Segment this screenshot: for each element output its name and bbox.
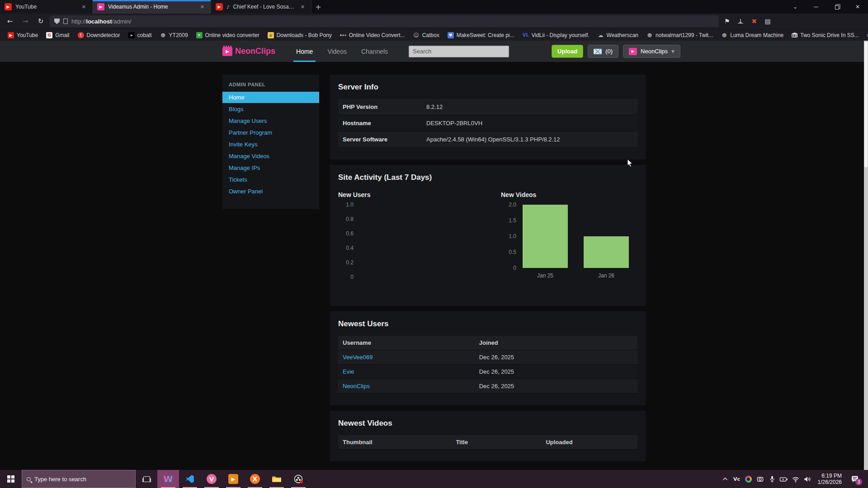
sidebar-item-blogs[interactable]: Blogs bbox=[222, 103, 319, 115]
microphone-icon[interactable] bbox=[766, 470, 778, 488]
browser-tab[interactable]: ▶♪Chief Keef - Love Sosa - YouTu✕ bbox=[211, 0, 311, 14]
axis-tick-label: 1.0 bbox=[338, 202, 354, 208]
battery-icon[interactable] bbox=[778, 470, 790, 488]
shield-icon[interactable] bbox=[54, 19, 60, 24]
bookmark-item[interactable]: ☺Catbox bbox=[410, 31, 443, 39]
bookmark-item[interactable]: »cobalt bbox=[125, 31, 155, 39]
sidebar-item-owner-panel[interactable]: Owner Panel bbox=[222, 186, 319, 197]
bookmark-item[interactable]: ▶YouTube bbox=[5, 31, 41, 39]
bookmark-item[interactable]: ♥MakeSweet: Create pi... bbox=[444, 31, 518, 39]
site-logo[interactable]: ▶ NeonClips bbox=[222, 47, 275, 56]
bookmark-item[interactable]: !Downdetector bbox=[75, 31, 123, 39]
page-info-icon[interactable] bbox=[63, 19, 68, 24]
bookmark-item[interactable]: ⊕Luma Dream Machine bbox=[718, 31, 787, 39]
sidebar-item-manage-users[interactable]: Manage Users bbox=[222, 115, 319, 127]
audio-indicator-icon[interactable]: ♪ bbox=[226, 5, 229, 9]
reload-button[interactable]: ↻ bbox=[34, 17, 47, 25]
nav-item-videos[interactable]: Videos bbox=[320, 41, 354, 62]
chart-new-users: New Users1.00.80.60.40.20 bbox=[338, 191, 474, 294]
downloads-folder-icon: ≡ bbox=[268, 32, 274, 38]
taskbar-app-media-player[interactable]: V bbox=[201, 470, 222, 488]
bookmark-label: VidLii - Display yourself. bbox=[532, 32, 590, 38]
new-tab-button[interactable]: + bbox=[311, 0, 325, 14]
notification-center-icon[interactable]: 3 bbox=[846, 470, 863, 488]
search-input[interactable] bbox=[409, 46, 509, 57]
tab-title: Chief Keef - Love Sosa - YouTu bbox=[233, 4, 295, 10]
taskbar-app-obs[interactable] bbox=[288, 470, 309, 488]
username-link[interactable]: NeonClips bbox=[343, 383, 479, 389]
chevron-up-icon[interactable] bbox=[719, 470, 731, 488]
sidebar-item-home[interactable]: Home bbox=[222, 92, 319, 103]
task-view-button[interactable] bbox=[136, 470, 157, 488]
bookmarks-overflow-icon[interactable]: » bbox=[864, 32, 868, 38]
username-link[interactable]: Evie bbox=[343, 368, 479, 375]
table-row: PHP Version8.2.12 bbox=[338, 99, 637, 115]
taskbar-app-file-explorer[interactable] bbox=[266, 470, 288, 488]
sidebar-item-invite-keys[interactable]: Invite Keys bbox=[222, 139, 319, 150]
column-header: Uploaded bbox=[546, 439, 633, 446]
sidebar-item-manage-ips[interactable]: Manage IPs bbox=[222, 162, 319, 174]
capture-icon[interactable] bbox=[755, 470, 766, 488]
newest-videos-title: Newest Videos bbox=[338, 419, 637, 428]
back-button[interactable]: ← bbox=[4, 17, 16, 25]
color-wheel-icon[interactable] bbox=[743, 470, 755, 488]
sidebar-item-partner-program[interactable]: Partner Program bbox=[222, 127, 319, 138]
start-button[interactable] bbox=[0, 470, 22, 488]
extensions-icon[interactable]: ▤ bbox=[762, 18, 773, 25]
url-bar[interactable]: http://localhost/admin/ bbox=[50, 15, 719, 27]
taskbar-search[interactable]: Type here to search bbox=[22, 470, 136, 488]
nav-item-home[interactable]: Home bbox=[289, 41, 320, 62]
tab-close-icon[interactable]: ✕ bbox=[299, 3, 307, 11]
bookmark-item[interactable]: VLVidLii - Display yourself. bbox=[519, 31, 593, 39]
bookmark-item[interactable]: ⊕notwalmart1299 - Twit... bbox=[643, 31, 716, 39]
newest-users-card: Newest Users UsernameJoinedVeeVee069Dec … bbox=[330, 311, 646, 405]
adblock-icon[interactable]: ✖ bbox=[749, 18, 760, 25]
chart-plot: 2.01.51.00.50Jan 25Jan 26 bbox=[501, 205, 637, 293]
taskbar-clock[interactable]: 6:19 PM 1/26/2026 bbox=[814, 473, 845, 485]
scrollbar-thumb[interactable] bbox=[864, 42, 868, 167]
sidebar-items: HomeBlogsManage UsersPartner ProgramInvi… bbox=[222, 92, 319, 197]
close-button[interactable]: ✕ bbox=[847, 0, 868, 14]
bookmark-list: ▶YouTubeGGmail!Downdetector»cobalt⊕YT200… bbox=[5, 31, 862, 39]
taskbar-app-vscode[interactable] bbox=[179, 470, 201, 488]
taskbar-app-videamus[interactable]: W bbox=[157, 470, 179, 488]
tab-close-icon[interactable]: ✕ bbox=[198, 3, 206, 11]
volume-icon[interactable] bbox=[802, 470, 813, 488]
axis-tick-label: 0.8 bbox=[338, 216, 354, 222]
mail-button[interactable]: (0) bbox=[588, 45, 618, 58]
bookmark-item[interactable]: GGmail bbox=[43, 31, 72, 39]
wifi-icon[interactable] bbox=[790, 470, 802, 488]
bookmark-item[interactable]: ⊕YT2009 bbox=[157, 31, 191, 39]
archive-icon bbox=[792, 33, 797, 38]
axis-tick-label: 0 bbox=[338, 274, 354, 280]
bookmark-flag-icon[interactable]: ⚑ bbox=[722, 18, 732, 25]
taskbar: Type here to search WV▶X Vc 6:19 PM 1/26… bbox=[0, 470, 868, 488]
scrollbar[interactable] bbox=[864, 41, 868, 470]
tab-list-icon[interactable]: ⌄ bbox=[785, 0, 806, 14]
bookmark-item[interactable]: ≡Downloads - Bob Pony bbox=[264, 31, 335, 39]
downloads-icon[interactable]: ↓ bbox=[735, 18, 746, 25]
browser-tab[interactable]: ▶YouTube✕ bbox=[0, 0, 93, 14]
minimize-button[interactable] bbox=[806, 0, 826, 14]
restore-button[interactable] bbox=[826, 0, 847, 14]
user-menu-button[interactable]: ▶ NeonClips ▼ bbox=[623, 45, 680, 58]
sidebar-item-manage-videos[interactable]: Manage Videos bbox=[222, 150, 319, 162]
bookmark-label: YT2009 bbox=[169, 32, 188, 38]
nav-item-channels[interactable]: Channels bbox=[354, 41, 395, 62]
bookmark-label: Two Sonic Drive In SS... bbox=[800, 32, 859, 38]
tab-close-icon[interactable]: ✕ bbox=[80, 3, 88, 11]
bookmark-item[interactable]: ✕Online video converter bbox=[193, 31, 263, 39]
xampp-icon: X bbox=[250, 474, 260, 484]
sidebar-item-tickets[interactable]: Tickets bbox=[222, 174, 319, 185]
taskbar-app-xampp[interactable]: X bbox=[244, 470, 266, 488]
bookmark-item[interactable]: Two Sonic Drive In SS... bbox=[788, 31, 862, 39]
table-row: EvieDec 26, 2025 bbox=[338, 365, 637, 379]
upload-button[interactable]: Upload bbox=[552, 45, 583, 58]
vc-tray-icon[interactable]: Vc bbox=[731, 470, 743, 488]
forward-button[interactable]: → bbox=[19, 17, 32, 25]
bookmark-item[interactable]: Online Video Convert... bbox=[337, 31, 408, 39]
username-link[interactable]: VeeVee069 bbox=[343, 354, 479, 361]
bookmark-item[interactable]: ☁Weatherscan bbox=[594, 31, 642, 39]
browser-tab[interactable]: ▶Videamus Admin - Home✕ bbox=[93, 0, 211, 14]
taskbar-app-video-player[interactable]: ▶ bbox=[222, 470, 244, 488]
